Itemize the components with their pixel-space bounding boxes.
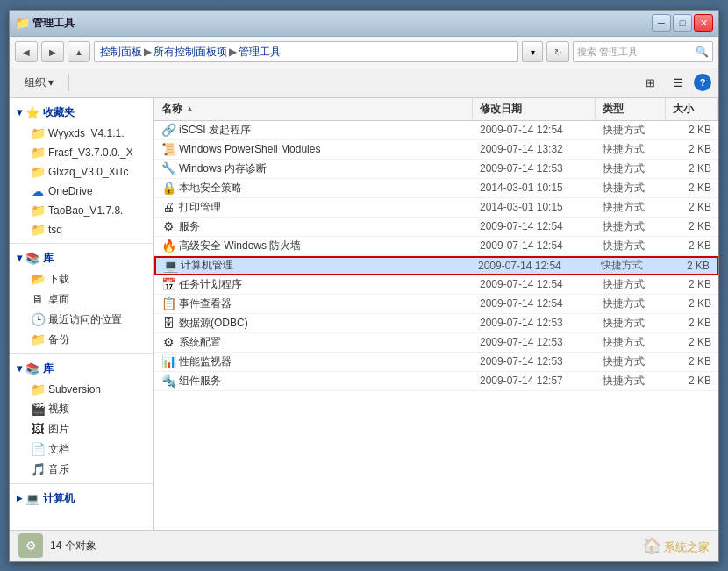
- sidebar-item-backup[interactable]: 📁 备份: [10, 330, 153, 350]
- file-row[interactable]: 📊 性能监视器 2009-07-14 12:53 快捷方式 2 KB: [154, 353, 718, 372]
- file-row[interactable]: 🔩 组件服务 2009-07-14 12:57 快捷方式 2 KB: [154, 372, 718, 391]
- file-row[interactable]: 🔒 本地安全策略 2014-03-01 10:15 快捷方式 2 KB: [154, 179, 718, 198]
- col-date-header[interactable]: 修改日期: [473, 98, 596, 120]
- back-button[interactable]: ◀: [15, 41, 38, 62]
- col-name-header[interactable]: 名称 ▲: [154, 98, 473, 120]
- folder-icon: 📁: [31, 165, 45, 179]
- folder-icon: 📁: [31, 382, 45, 396]
- sidebar-item-wyy[interactable]: 📁 Wyyxds_V4.1.1.: [10, 124, 153, 143]
- file-name-text: Windows 内存诊断: [179, 161, 267, 176]
- file-icon: 💻: [163, 259, 177, 273]
- folder-icon: 📁: [31, 146, 45, 160]
- view-toggle-button[interactable]: ☰: [666, 71, 690, 94]
- sort-arrow: ▲: [186, 104, 194, 113]
- up-button[interactable]: ▲: [68, 41, 90, 62]
- file-name-text: 组件服务: [179, 374, 221, 389]
- file-type-cell: 快捷方式: [596, 161, 666, 176]
- address-part-2[interactable]: 所有控制面板项: [153, 45, 227, 60]
- col-size-header[interactable]: 大小: [666, 98, 718, 120]
- watermark: 🏠 系统之家: [642, 536, 710, 555]
- computer-section[interactable]: ▸ 💻 计算机: [10, 488, 153, 510]
- main-content: ▾ ⭐ 收藏夹 📁 Wyyxds_V4.1.1. 📁 Frasf_V3.7.0.…: [10, 98, 718, 530]
- status-count: 14 个对象: [50, 539, 96, 553]
- desktop-icon: 🖥: [31, 292, 45, 306]
- file-row[interactable]: 💻 计算机管理 2009-07-14 12:54 快捷方式 2 KB: [154, 256, 718, 275]
- file-row[interactable]: ⚙ 服务 2009-07-14 12:54 快捷方式 2 KB: [154, 218, 718, 237]
- address-part-3[interactable]: 管理工具: [239, 45, 281, 60]
- file-type-cell: 快捷方式: [596, 181, 666, 196]
- sidebar-item-frasf[interactable]: 📁 Frasf_V3.7.0.0._X: [10, 143, 153, 162]
- file-type-cell: 快捷方式: [596, 239, 666, 253]
- library-arrow: ▾: [17, 252, 22, 264]
- file-row[interactable]: 📅 任务计划程序 2009-07-14 12:54 快捷方式 2 KB: [154, 275, 718, 295]
- file-type-cell: 快捷方式: [596, 296, 666, 311]
- sidebar-item-subversion[interactable]: 📁 Subversion: [10, 380, 153, 399]
- file-name-cell: 🔒 本地安全策略: [154, 181, 473, 196]
- sidebar-item-onedrive[interactable]: ☁ OneDrive: [10, 182, 153, 201]
- organize-button[interactable]: 组织 ▾: [17, 71, 61, 94]
- file-type-cell: 快捷方式: [596, 219, 666, 234]
- forward-button[interactable]: ▶: [41, 41, 64, 62]
- title-bar-controls: ─ □ ✕: [652, 14, 713, 32]
- address-path[interactable]: 控制面板 ▶ 所有控制面板项 ▶ 管理工具: [94, 41, 518, 62]
- file-icon: 🔗: [161, 123, 175, 137]
- file-name-text: 性能监视器: [179, 354, 232, 369]
- close-button[interactable]: ✕: [694, 14, 713, 32]
- file-row[interactable]: 🔥 高级安全 Windows 防火墙 2009-07-14 12:54 快捷方式…: [154, 237, 718, 256]
- file-date-cell: 2009-07-14 12:54: [473, 124, 596, 136]
- file-row[interactable]: 📜 Windows PowerShell Modules 2009-07-14 …: [154, 140, 718, 160]
- sidebar-item-tsq[interactable]: 📁 tsq: [10, 220, 153, 239]
- refresh-button[interactable]: ↻: [546, 41, 569, 62]
- lib2-icon: 📚: [25, 362, 39, 375]
- address-part-1[interactable]: 控制面板: [100, 45, 142, 60]
- sidebar-item-desktop[interactable]: 🖥 桌面: [10, 289, 153, 310]
- file-name-text: 事件查看器: [179, 296, 232, 311]
- favorites-section[interactable]: ▾ ⭐ 收藏夹: [10, 102, 153, 124]
- file-icon: 🗄: [161, 316, 175, 330]
- file-row[interactable]: 📋 事件查看器 2009-07-14 12:54 快捷方式 2 KB: [154, 295, 718, 314]
- sidebar-item-image[interactable]: 🖼 图片: [10, 419, 153, 439]
- file-type-cell: 快捷方式: [596, 316, 666, 331]
- sidebar-item-taobao[interactable]: 📁 TaoBao_V1.7.8.: [10, 201, 153, 220]
- file-row[interactable]: 🖨 打印管理 2014-03-01 10:15 快捷方式 2 KB: [154, 198, 718, 218]
- file-name-text: 计算机管理: [181, 258, 233, 273]
- search-icon[interactable]: 🔍: [696, 46, 709, 58]
- maximize-button[interactable]: □: [673, 14, 692, 32]
- main-window: 📁 管理工具 ─ □ ✕ ◀ ▶ ▲ 控制面板 ▶ 所有控制面板项 ▶ 管理工具…: [9, 10, 719, 562]
- file-row[interactable]: ⚙ 系统配置 2009-07-14 12:53 快捷方式 2 KB: [154, 333, 718, 353]
- file-size-cell: 2 KB: [666, 336, 718, 348]
- file-date-cell: 2009-07-14 12:53: [473, 355, 596, 368]
- document-icon: 📄: [31, 442, 45, 456]
- window-title: 管理工具: [32, 16, 75, 31]
- view-options-button[interactable]: ⊞: [638, 71, 662, 94]
- sidebar-item-video[interactable]: 🎬 视频: [10, 399, 153, 419]
- status-bar: ⚙ 14 个对象 🏠 系统之家: [10, 530, 718, 561]
- file-type-cell: 快捷方式: [596, 142, 666, 157]
- address-dropdown[interactable]: ▾: [522, 41, 543, 62]
- sidebar-item-document[interactable]: 📄 文档: [10, 439, 153, 460]
- window-icon: 📁: [15, 16, 29, 30]
- lib2-section[interactable]: ▾ 📚 库: [10, 358, 153, 380]
- sidebar-item-music[interactable]: 🎵 音乐: [10, 460, 153, 480]
- file-name-text: 数据源(ODBC): [179, 316, 248, 331]
- music-icon: 🎵: [31, 462, 45, 476]
- help-button[interactable]: ?: [694, 74, 711, 91]
- file-size-cell: 2 KB: [666, 239, 718, 252]
- file-name-cell: 🔥 高级安全 Windows 防火墙: [154, 239, 473, 253]
- library-section[interactable]: ▾ 📚 库: [10, 247, 153, 269]
- folder-icon: 📁: [31, 223, 45, 237]
- file-name-text: 高级安全 Windows 防火墙: [179, 239, 301, 253]
- file-size-cell: 2 KB: [664, 260, 717, 272]
- col-type-header[interactable]: 类型: [596, 98, 666, 120]
- file-row[interactable]: 🔧 Windows 内存诊断 2009-07-14 12:53 快捷方式 2 K…: [154, 160, 718, 179]
- minimize-button[interactable]: ─: [652, 14, 671, 32]
- file-name-text: iSCSI 发起程序: [179, 123, 251, 138]
- sidebar-item-recent[interactable]: 🕒 最近访问的位置: [10, 310, 153, 330]
- sidebar-item-download[interactable]: 📂 下载: [10, 269, 153, 289]
- folder-icon: 📁: [31, 203, 45, 218]
- folder-icon: 📁: [31, 126, 45, 140]
- file-row[interactable]: 🗄 数据源(ODBC) 2009-07-14 12:53 快捷方式 2 KB: [154, 314, 718, 333]
- file-row[interactable]: 🔗 iSCSI 发起程序 2009-07-14 12:54 快捷方式 2 KB: [154, 121, 718, 140]
- sidebar-item-glx[interactable]: 📁 Glxzq_V3.0_XiTc: [10, 162, 153, 182]
- search-box[interactable]: 搜索 管理工具 🔍: [573, 41, 713, 62]
